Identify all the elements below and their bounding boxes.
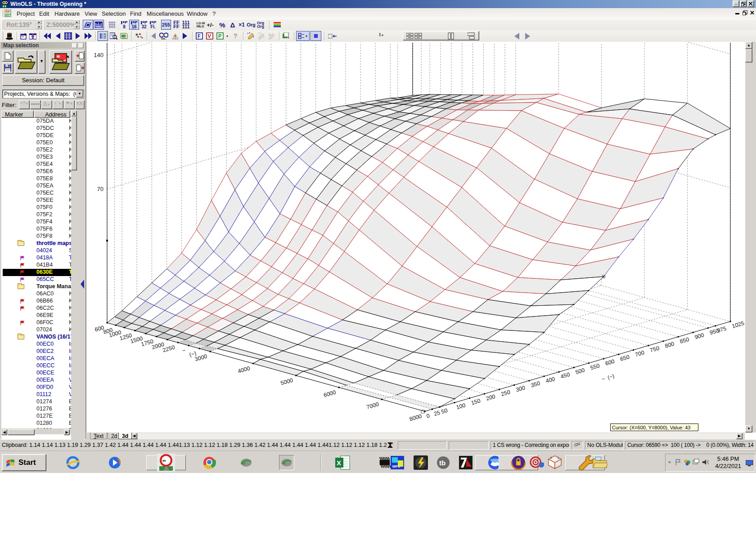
svg-text:1025: 1025 bbox=[731, 320, 745, 330]
svg-text:IOI: IOI bbox=[5, 10, 9, 13]
svg-text:850: 850 bbox=[679, 336, 690, 345]
svg-text:8000: 8000 bbox=[409, 413, 423, 422]
svg-text:tb: tb bbox=[439, 459, 446, 467]
svg-text:P: P bbox=[218, 33, 221, 39]
svg-text:6000: 6000 bbox=[323, 389, 337, 398]
svg-text:150: 150 bbox=[470, 397, 481, 406]
svg-text:25: 25 bbox=[433, 410, 441, 417]
svg-text:fc: fc bbox=[283, 461, 287, 465]
svg-text:300: 300 bbox=[515, 384, 526, 393]
svg-text:0: 0 bbox=[426, 412, 431, 419]
svg-text:100: 100 bbox=[455, 402, 466, 410]
svg-text:650: 650 bbox=[620, 354, 630, 362]
svg-text:200: 200 bbox=[485, 393, 496, 402]
svg-text:X: X bbox=[337, 459, 341, 467]
svg-text:~: ~ bbox=[181, 347, 186, 354]
svg-text:550: 550 bbox=[590, 362, 600, 371]
svg-text:250: 250 bbox=[500, 389, 511, 397]
svg-text:400: 400 bbox=[545, 376, 556, 384]
svg-text:5000: 5000 bbox=[280, 377, 294, 387]
svg-text:50: 50 bbox=[441, 407, 448, 415]
svg-text:fc: fc bbox=[242, 461, 246, 465]
svg-text:600: 600 bbox=[604, 358, 615, 367]
svg-text:1: 1 bbox=[558, 456, 559, 459]
svg-text:70: 70 bbox=[97, 186, 104, 192]
svg-text:900: 900 bbox=[694, 332, 705, 340]
svg-text:700: 700 bbox=[634, 349, 645, 358]
svg-text:V: V bbox=[208, 33, 212, 39]
svg-text:4000: 4000 bbox=[237, 365, 251, 375]
svg-text:800: 800 bbox=[664, 341, 675, 349]
svg-text:~ (~): ~ (~) bbox=[601, 373, 615, 382]
svg-text:MFC: MFC bbox=[392, 464, 400, 468]
svg-text:7000: 7000 bbox=[366, 401, 380, 410]
svg-text:750: 750 bbox=[649, 345, 660, 353]
svg-text:975: 975 bbox=[716, 325, 727, 334]
svg-text:500: 500 bbox=[575, 367, 585, 375]
svg-text:350: 350 bbox=[530, 380, 541, 388]
svg-text:F: F bbox=[198, 33, 201, 39]
svg-text:140: 140 bbox=[94, 52, 104, 58]
svg-text:∞: ∞ bbox=[162, 458, 166, 463]
svg-text:0: 0 bbox=[550, 456, 552, 459]
svg-text:450: 450 bbox=[560, 371, 571, 380]
